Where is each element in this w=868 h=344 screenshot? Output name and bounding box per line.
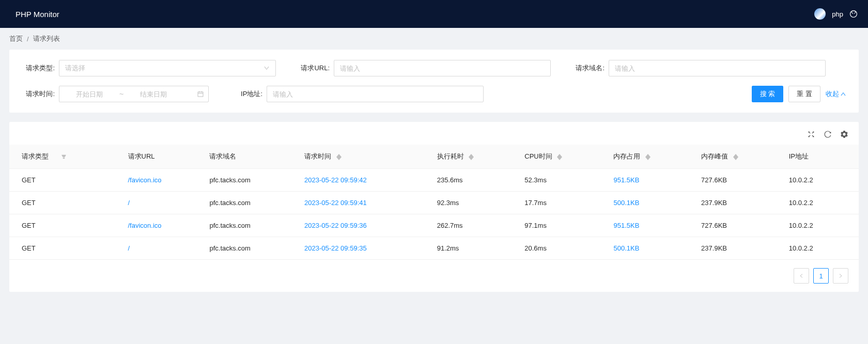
sort-icon[interactable]: [336, 154, 342, 160]
col-url: 请求URL: [122, 145, 204, 169]
cell-mem[interactable]: 951.5KB: [607, 214, 695, 237]
cell-mem[interactable]: 500.1KB: [607, 237, 695, 260]
sort-icon[interactable]: [557, 154, 562, 160]
prev-page-button[interactable]: [794, 268, 809, 284]
cell-cpu: 17.7ms: [518, 192, 607, 214]
cell-url[interactable]: /favicon.ico: [122, 169, 204, 192]
chevron-up-icon: [840, 91, 846, 97]
breadcrumb-sep: /: [27, 35, 29, 43]
cell-exec: 92.3ms: [431, 192, 519, 214]
username[interactable]: php: [832, 10, 843, 18]
filter-label-domain: 请求域名:: [571, 64, 605, 73]
cell-time[interactable]: 2023-05-22 09:59:42: [298, 169, 431, 192]
collapse-label: 收起: [826, 89, 839, 99]
table-row: GET/pfc.tacks.com2023-05-22 09:59:3591.2…: [9, 237, 859, 260]
col-cpu[interactable]: CPU时间: [518, 145, 607, 169]
header-right: php: [814, 8, 858, 20]
cell-url[interactable]: /: [122, 192, 204, 214]
reset-button[interactable]: 重 置: [788, 86, 820, 102]
cell-mem[interactable]: 951.5KB: [607, 169, 695, 192]
cell-url[interactable]: /favicon.ico: [122, 214, 204, 237]
app-header: PHP Monitor php: [0, 0, 868, 28]
calendar-icon: [197, 90, 204, 98]
cell-domain: pfc.tacks.com: [203, 237, 298, 260]
sort-icon[interactable]: [733, 154, 738, 160]
cell-time[interactable]: 2023-05-22 09:59:41: [298, 192, 431, 214]
col-ip: IP地址: [783, 145, 859, 169]
cell-peak: 727.6KB: [695, 169, 783, 192]
search-button[interactable]: 搜 索: [752, 86, 784, 102]
app-title: PHP Monitor: [16, 10, 59, 19]
col-time[interactable]: 请求时间: [298, 145, 431, 169]
table-toolbar: [9, 122, 859, 145]
col-peak[interactable]: 内存峰值: [695, 145, 783, 169]
cell-url[interactable]: /: [122, 237, 204, 260]
request-table: 请求类型 请求URL 请求域名 请求时间 执行耗时 CPU时间: [9, 145, 859, 260]
table-card: 请求类型 请求URL 请求域名 请求时间 执行耗时 CPU时间: [9, 122, 859, 292]
filter-card: 请求类型: 请选择 请求URL: 请求域名: 请求时间: ~: [9, 50, 859, 113]
table-row: GET/pfc.tacks.com2023-05-22 09:59:4192.3…: [9, 192, 859, 214]
col-domain: 请求域名: [203, 145, 298, 169]
reload-icon[interactable]: [824, 130, 832, 138]
col-exec[interactable]: 执行耗时: [431, 145, 519, 169]
cell-domain: pfc.tacks.com: [203, 214, 298, 237]
filter-label-url: 请求URL:: [297, 64, 330, 73]
cell-ip: 10.0.2.2: [783, 169, 859, 192]
breadcrumb: 首页 / 请求列表: [0, 28, 868, 50]
cell-ip: 10.0.2.2: [783, 214, 859, 237]
table-row: GET/favicon.icopfc.tacks.com2023-05-22 0…: [9, 214, 859, 237]
col-mem[interactable]: 内存占用: [607, 145, 695, 169]
cell-exec: 262.7ms: [431, 214, 519, 237]
cell-ip: 10.0.2.2: [783, 192, 859, 214]
breadcrumb-current: 请求列表: [33, 34, 60, 43]
cell-ip: 10.0.2.2: [783, 237, 859, 260]
ip-input[interactable]: [267, 86, 484, 102]
filter-label-time: 请求时间:: [22, 89, 55, 99]
col-type[interactable]: 请求类型: [9, 145, 122, 169]
range-tilde: ~: [115, 90, 128, 98]
cell-time[interactable]: 2023-05-22 09:59:36: [298, 214, 431, 237]
filter-label-type: 请求类型:: [22, 64, 55, 73]
filter-label-ip: IP地址:: [229, 89, 262, 99]
cell-exec: 91.2ms: [431, 237, 519, 260]
collapse-button[interactable]: 收起: [826, 89, 846, 99]
cell-type: GET: [9, 169, 122, 192]
sort-icon[interactable]: [469, 154, 474, 160]
avatar[interactable]: [814, 8, 826, 20]
sort-icon[interactable]: [645, 154, 650, 160]
chevron-down-icon: [264, 65, 270, 71]
chevron-right-icon: [838, 273, 843, 278]
end-date-input[interactable]: [128, 90, 179, 98]
cell-cpu: 97.1ms: [518, 214, 607, 237]
filter-icon[interactable]: [61, 154, 67, 160]
chevron-left-icon: [799, 273, 804, 278]
breadcrumb-home[interactable]: 首页: [9, 34, 23, 43]
request-type-select[interactable]: 请选择: [59, 60, 276, 76]
cell-cpu: 52.3ms: [518, 169, 607, 192]
fullscreen-icon[interactable]: [807, 130, 815, 138]
cell-peak: 237.9KB: [695, 192, 783, 214]
page-1-button[interactable]: 1: [813, 268, 829, 284]
cell-cpu: 20.6ms: [518, 237, 607, 260]
next-page-button[interactable]: [833, 268, 848, 284]
pagination: 1: [9, 260, 859, 292]
table-row: GET/favicon.icopfc.tacks.com2023-05-22 0…: [9, 169, 859, 192]
settings-icon[interactable]: [840, 130, 848, 138]
globe-icon[interactable]: [849, 10, 858, 18]
cell-domain: pfc.tacks.com: [203, 169, 298, 192]
start-date-input[interactable]: [64, 90, 115, 98]
request-time-range[interactable]: ~: [59, 86, 209, 102]
request-type-placeholder: 请选择: [65, 64, 85, 73]
cell-mem[interactable]: 500.1KB: [607, 192, 695, 214]
cell-peak: 237.9KB: [695, 237, 783, 260]
request-url-input[interactable]: [334, 60, 551, 76]
cell-domain: pfc.tacks.com: [203, 192, 298, 214]
cell-exec: 235.6ms: [431, 169, 519, 192]
cell-type: GET: [9, 192, 122, 214]
cell-time[interactable]: 2023-05-22 09:59:35: [298, 237, 431, 260]
cell-peak: 727.6KB: [695, 214, 783, 237]
request-domain-input[interactable]: [609, 60, 826, 76]
cell-type: GET: [9, 214, 122, 237]
cell-type: GET: [9, 237, 122, 260]
